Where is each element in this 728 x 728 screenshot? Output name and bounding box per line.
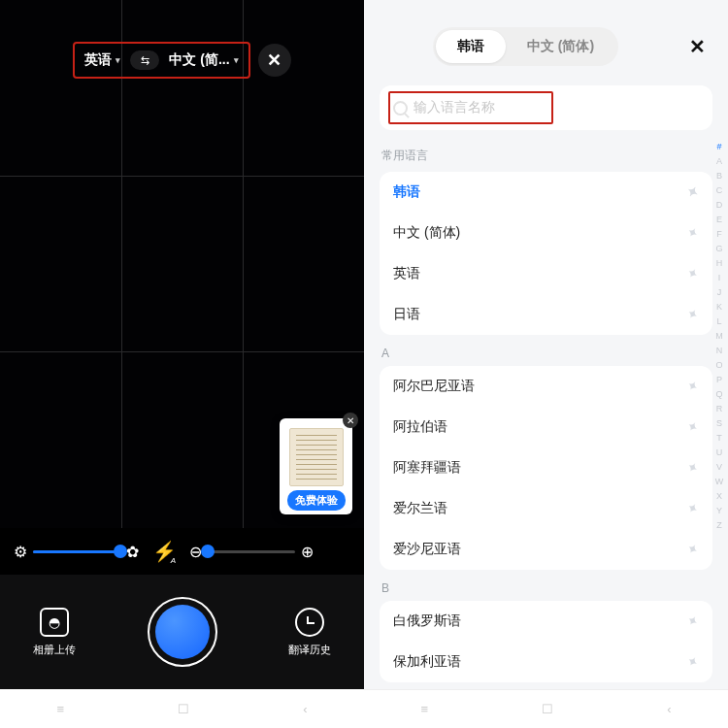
close-button[interactable]: ✕ xyxy=(681,31,712,62)
pin-icon[interactable]: ✦ xyxy=(684,612,702,631)
grid-line xyxy=(243,0,244,528)
index-letter[interactable]: O xyxy=(712,360,726,370)
search-placeholder: 输入语言名称 xyxy=(414,99,495,116)
preview-close-button[interactable]: ✕ xyxy=(343,413,358,428)
swap-languages-button[interactable]: ⇆ xyxy=(130,50,159,70)
pin-icon[interactable]: ✦ xyxy=(684,182,702,202)
pin-icon[interactable]: ✦ xyxy=(684,499,702,518)
language-row[interactable]: 保加利亚语✦ xyxy=(380,642,712,682)
nav-menu-button[interactable]: ≡ xyxy=(421,702,429,716)
tab-target[interactable]: 中文 (简体) xyxy=(506,30,615,63)
index-letter[interactable]: Z xyxy=(712,520,726,530)
pin-icon[interactable]: ✦ xyxy=(684,305,702,324)
section-common-title: 常用语言 xyxy=(381,148,712,164)
grid-line xyxy=(0,176,364,177)
language-row[interactable]: 阿拉伯语✦ xyxy=(380,407,712,447)
swap-icon: ⇆ xyxy=(141,54,149,67)
common-languages-group: 韩语✦中文 (简体)✦英语✦日语✦ xyxy=(380,172,712,335)
alphabet-index[interactable]: #ABCDEFGHIJKLMNOPQRSTUVWXYZ xyxy=(712,138,726,689)
sparkle-icon[interactable]: ✿ xyxy=(126,543,139,561)
zoom-slider[interactable] xyxy=(208,550,295,553)
system-nav-bar: ≡ ☐ ‹ xyxy=(364,689,728,728)
sample-preview-card[interactable]: ✕ 免费体验 xyxy=(280,418,352,514)
language-row[interactable]: 白俄罗斯语✦ xyxy=(380,601,712,642)
pin-icon[interactable]: ✦ xyxy=(684,264,702,283)
index-letter[interactable]: A xyxy=(712,156,726,166)
language-bar: 英语 ▾ ⇆ 中文 (简... ▾ ✕ xyxy=(0,42,364,79)
gallery-upload-button[interactable]: ◓ 相册上传 xyxy=(33,608,76,657)
system-nav-bar: ≡ ☐ ‹ xyxy=(0,689,364,728)
index-letter[interactable]: F xyxy=(712,229,726,239)
index-letter[interactable]: M xyxy=(712,331,726,341)
search-icon xyxy=(393,101,408,116)
language-label: 中文 (简体) xyxy=(393,224,460,242)
index-letter[interactable]: S xyxy=(712,418,726,428)
translate-history-button[interactable]: 翻译历史 xyxy=(288,608,331,657)
index-letter[interactable]: C xyxy=(712,185,726,195)
language-row[interactable]: 韩语✦ xyxy=(380,172,712,213)
slider-thumb[interactable] xyxy=(201,545,215,558)
index-letter[interactable]: X xyxy=(712,491,726,501)
language-row[interactable]: 英语✦ xyxy=(380,253,712,294)
index-letter[interactable]: # xyxy=(712,142,726,151)
shutter-button[interactable] xyxy=(148,597,217,667)
index-letter[interactable]: N xyxy=(712,346,726,355)
nav-menu-button[interactable]: ≡ xyxy=(57,702,65,716)
index-letter[interactable]: W xyxy=(712,477,726,486)
nav-back-button[interactable]: ‹ xyxy=(303,702,307,716)
pin-icon[interactable]: ✦ xyxy=(684,458,702,478)
language-row[interactable]: 爱尔兰语✦ xyxy=(380,488,712,529)
index-letter[interactable]: R xyxy=(712,404,726,414)
close-button[interactable]: ✕ xyxy=(258,44,291,77)
camera-viewport[interactable]: 英语 ▾ ⇆ 中文 (简... ▾ ✕ ✕ 免费体验 xyxy=(0,0,364,528)
pin-icon[interactable]: ✦ xyxy=(684,223,702,243)
history-label: 翻译历史 xyxy=(288,643,331,657)
language-search[interactable]: 输入语言名称 xyxy=(380,85,712,130)
index-letter[interactable]: J xyxy=(712,287,726,297)
language-row[interactable]: 阿尔巴尼亚语✦ xyxy=(380,366,712,407)
tab-source[interactable]: 韩语 xyxy=(436,30,506,63)
index-letter[interactable]: P xyxy=(712,375,726,384)
language-label: 保加利亚语 xyxy=(393,653,461,671)
nav-home-button[interactable]: ☐ xyxy=(542,702,553,716)
tab-group: 韩语 中文 (简体) xyxy=(433,27,618,66)
index-letter[interactable]: H xyxy=(712,258,726,268)
index-letter[interactable]: K xyxy=(712,302,726,312)
language-label: 英语 xyxy=(393,265,420,282)
zoom-in-icon[interactable]: ⊕ xyxy=(301,543,314,561)
index-letter[interactable]: E xyxy=(712,215,726,224)
language-row[interactable]: 阿塞拜疆语✦ xyxy=(380,447,712,488)
index-letter[interactable]: L xyxy=(712,316,726,326)
nav-home-button[interactable]: ☐ xyxy=(178,702,189,716)
language-label: 阿尔巴尼亚语 xyxy=(393,378,475,395)
index-letter[interactable]: Q xyxy=(712,389,726,399)
nav-back-button[interactable]: ‹ xyxy=(667,702,671,716)
language-row[interactable]: 日语✦ xyxy=(380,294,712,335)
index-letter[interactable]: B xyxy=(712,171,726,181)
index-letter[interactable]: Y xyxy=(712,506,726,515)
index-letter[interactable]: I xyxy=(712,273,726,282)
index-letter[interactable]: T xyxy=(712,433,726,443)
slider-thumb[interactable] xyxy=(114,545,127,558)
target-language-select[interactable]: 中文 (简... ▾ xyxy=(163,48,244,73)
language-row[interactable]: 爱沙尼亚语✦ xyxy=(380,529,712,570)
gallery-label: 相册上传 xyxy=(33,643,76,657)
index-letter[interactable]: D xyxy=(712,200,726,210)
source-language-select[interactable]: 英语 ▾ xyxy=(79,48,126,73)
flash-toggle[interactable]: ⚡ A xyxy=(149,536,180,567)
language-label: 韩语 xyxy=(393,183,420,201)
flash-mode-label: A xyxy=(171,556,176,565)
brightness-slider[interactable] xyxy=(33,550,120,553)
index-letter[interactable]: G xyxy=(712,244,726,253)
pin-icon[interactable]: ✦ xyxy=(684,652,702,672)
grid-line xyxy=(121,0,122,528)
pin-icon[interactable]: ✦ xyxy=(684,540,702,559)
pin-icon[interactable]: ✦ xyxy=(684,377,702,396)
language-row[interactable]: 中文 (简体)✦ xyxy=(380,213,712,253)
language-list[interactable]: 常用语言 韩语✦中文 (简体)✦英语✦日语✦ A 阿尔巴尼亚语✦阿拉伯语✦阿塞拜… xyxy=(364,138,728,689)
index-letter[interactable]: V xyxy=(712,462,726,472)
document-thumbnail xyxy=(289,428,344,486)
gear-icon[interactable]: ⚙ xyxy=(14,543,27,561)
index-letter[interactable]: U xyxy=(712,447,726,457)
pin-icon[interactable]: ✦ xyxy=(684,417,702,437)
